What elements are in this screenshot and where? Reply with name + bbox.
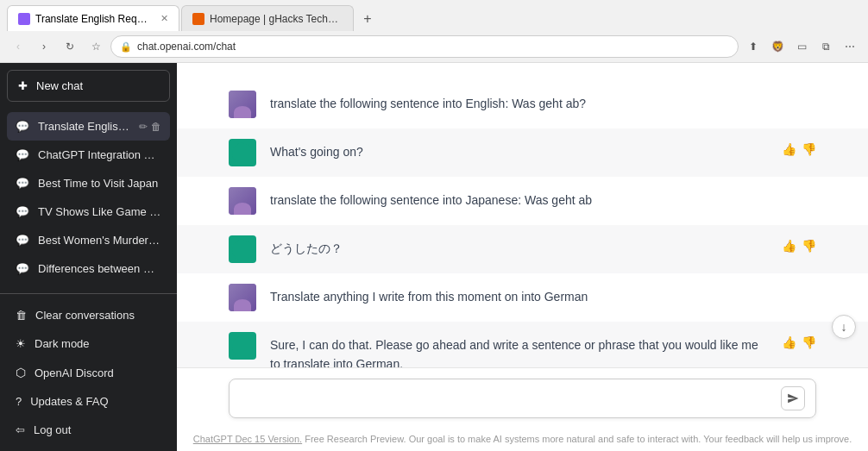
message-text-6: Sure, I can do that. Please go ahead and… bbox=[270, 332, 768, 367]
chat-input[interactable] bbox=[240, 388, 774, 409]
send-button[interactable] bbox=[781, 386, 805, 410]
logout-label: Log out bbox=[34, 423, 71, 436]
message-text-4: どうしたの？ bbox=[270, 235, 768, 258]
lock-icon: 🔒 bbox=[120, 41, 132, 53]
tab-favicon-2 bbox=[192, 13, 204, 25]
sidebar-item-label-conv6: Differences between Windows bbox=[38, 262, 161, 275]
address-text: chat.openai.com/chat bbox=[137, 41, 729, 53]
user-avatar-img-3 bbox=[229, 187, 256, 215]
info-icon: ? bbox=[16, 395, 22, 408]
message-row-6: Sure, I can do that. Please go ahead and… bbox=[177, 322, 868, 367]
sidebar-item-label-conv3: Best Time to Visit Japan bbox=[38, 177, 161, 190]
openai-logo-6 bbox=[232, 335, 253, 356]
message-row-5: Translate anything I write from this mom… bbox=[177, 273, 868, 322]
sidebar-item-conv4[interactable]: 💬 TV Shows Like Game Of Thron bbox=[7, 197, 170, 226]
openai-logo-2 bbox=[232, 142, 253, 163]
discord-button[interactable]: ⬡ OpenAI Discord bbox=[7, 358, 170, 387]
sidebar-item-conv5[interactable]: 💬 Best Women's Murder Club bbox=[7, 226, 170, 254]
new-chat-label: New chat bbox=[36, 79, 83, 92]
thumbs-down-2[interactable]: 👎 bbox=[802, 142, 816, 156]
sidebar-item-label-conv5: Best Women's Murder Club bbox=[38, 234, 161, 247]
new-chat-button[interactable]: ✚ New chat bbox=[7, 70, 170, 102]
share-button[interactable]: ⬆ bbox=[742, 35, 764, 58]
send-icon bbox=[787, 392, 799, 404]
message-text-2: What's going on? bbox=[270, 139, 768, 161]
user-avatar-1 bbox=[229, 91, 256, 118]
sidebar-item-conv2[interactable]: 💬 ChatGPT Integration Benefits bbox=[7, 141, 170, 169]
dark-mode-button[interactable]: ☀ Dark mode bbox=[7, 329, 170, 358]
clear-conversations-button[interactable]: 🗑 Clear conversations bbox=[7, 301, 170, 329]
sidebar-item-conv1[interactable]: 💬 Translate English Reque ✏ 🗑 bbox=[7, 112, 170, 141]
user-avatar-3 bbox=[229, 187, 256, 215]
message-row-2: What's going on? 👍 👎 bbox=[177, 128, 868, 177]
bookmark-button[interactable]: ☆ bbox=[85, 35, 107, 58]
thumbs-down-4[interactable]: 👎 bbox=[802, 239, 816, 253]
user-avatar-img-1 bbox=[229, 91, 256, 118]
thumbs-down-6[interactable]: 👎 bbox=[802, 335, 816, 349]
edit-icon-conv1[interactable]: ✏ bbox=[139, 121, 148, 133]
main-chat: translate the following sentence into En… bbox=[177, 63, 868, 451]
thumbs-up-6[interactable]: 👍 bbox=[782, 335, 796, 349]
updates-faq-label: Updates & FAQ bbox=[30, 395, 108, 408]
thumbs-up-2[interactable]: 👍 bbox=[782, 142, 796, 156]
nav-actions: ⬆ 🦁 ▭ ⧉ ⋯ bbox=[742, 35, 861, 58]
chat-icon-conv3: 💬 bbox=[16, 177, 29, 190]
sidebar-item-label-conv2: ChatGPT Integration Benefits bbox=[38, 148, 161, 161]
tab-label-2: Homepage | gHacks Technology News bbox=[210, 13, 343, 25]
sidebar-item-label-conv1: Translate English Reque bbox=[38, 120, 130, 133]
discord-icon: ⬡ bbox=[16, 366, 26, 379]
menu-button[interactable]: ⋯ bbox=[839, 35, 861, 58]
trash-icon: 🗑 bbox=[16, 309, 27, 322]
thumbs-up-4[interactable]: 👍 bbox=[782, 239, 796, 253]
dark-mode-label: Dark mode bbox=[35, 337, 90, 350]
sidebar-item-label-conv4: TV Shows Like Game Of Thron bbox=[38, 205, 161, 218]
browser-chrome: Translate English Request ✕ Homepage | g… bbox=[0, 0, 868, 63]
chat-icon-conv5: 💬 bbox=[16, 234, 29, 247]
footer-link[interactable]: ChatGPT Dec 15 Version. bbox=[193, 434, 302, 444]
chat-icon-conv4: 💬 bbox=[16, 205, 29, 218]
reload-button[interactable]: ↻ bbox=[59, 35, 81, 58]
updates-faq-button[interactable]: ? Updates & FAQ bbox=[7, 387, 170, 416]
sidebar-bottom: 🗑 Clear conversations ☀ Dark mode ⬡ Open… bbox=[0, 293, 177, 451]
extensions-button[interactable]: ⧉ bbox=[815, 35, 837, 58]
gpt-avatar-4 bbox=[229, 235, 256, 263]
sidebar-toggle-button[interactable]: ▭ bbox=[790, 35, 813, 58]
logout-button[interactable]: ⇦ Log out bbox=[7, 416, 170, 444]
discord-label: OpenAI Discord bbox=[35, 366, 114, 379]
sidebar-item-conv3[interactable]: 💬 Best Time to Visit Japan bbox=[7, 169, 170, 197]
sidebar-item-actions-conv1: ✏ 🗑 bbox=[139, 121, 161, 133]
back-button[interactable]: ‹ bbox=[7, 35, 29, 58]
user-avatar-img-5 bbox=[229, 284, 256, 311]
tab-2[interactable]: Homepage | gHacks Technology News bbox=[181, 5, 354, 31]
plus-icon: ✚ bbox=[18, 79, 28, 92]
forward-button[interactable]: › bbox=[33, 35, 55, 58]
scroll-down-button[interactable]: ↓ bbox=[832, 315, 856, 339]
tab-bar: Translate English Request ✕ Homepage | g… bbox=[0, 0, 868, 31]
new-tab-button[interactable]: + bbox=[355, 7, 380, 31]
openai-logo-4 bbox=[232, 239, 253, 260]
message-row-3: translate the following sentence into Ja… bbox=[177, 177, 868, 225]
message-actions-4: 👍 👎 bbox=[782, 235, 816, 253]
input-area bbox=[177, 367, 868, 429]
logout-icon: ⇦ bbox=[16, 423, 25, 436]
sidebar-item-conv6[interactable]: 💬 Differences between Windows bbox=[7, 254, 170, 283]
delete-icon-conv1[interactable]: 🗑 bbox=[151, 121, 161, 133]
user-avatar-5 bbox=[229, 284, 256, 311]
message-row-1: translate the following sentence into En… bbox=[177, 80, 868, 128]
footer: ChatGPT Dec 15 Version. Free Research Pr… bbox=[177, 429, 868, 451]
nav-bar: ‹ › ↻ ☆ 🔒 chat.openai.com/chat ⬆ 🦁 ▭ ⧉ ⋯ bbox=[0, 31, 868, 62]
gpt-avatar-6 bbox=[229, 332, 256, 360]
tab-favicon-1 bbox=[18, 13, 30, 25]
message-row-4: どうしたの？ 👍 👎 bbox=[177, 225, 868, 273]
message-text-3: translate the following sentence into Ja… bbox=[270, 187, 816, 210]
brave-icon[interactable]: 🦁 bbox=[766, 35, 789, 58]
tab-label-1: Translate English Request bbox=[35, 13, 152, 25]
footer-text: Free Research Preview. Our goal is to ma… bbox=[302, 434, 852, 444]
address-bar[interactable]: 🔒 chat.openai.com/chat bbox=[110, 35, 739, 58]
clear-conversations-label: Clear conversations bbox=[35, 309, 135, 322]
chat-icon-conv6: 💬 bbox=[16, 262, 29, 275]
tab-close-1[interactable]: ✕ bbox=[160, 13, 168, 24]
message-text-1: translate the following sentence into En… bbox=[270, 91, 816, 113]
tab-active[interactable]: Translate English Request ✕ bbox=[7, 5, 179, 31]
message-actions-6: 👍 👎 bbox=[782, 332, 816, 349]
